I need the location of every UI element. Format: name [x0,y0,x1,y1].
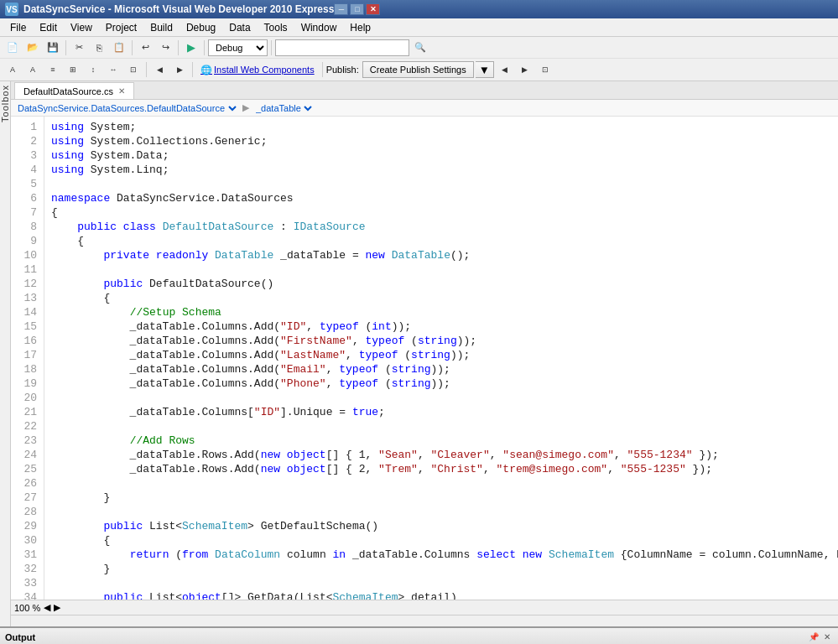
zoom-decrease-button[interactable]: ◀ [44,602,50,613]
menu-bar: File Edit View Project Build Debug Data … [0,18,838,37]
separator6 [146,62,147,77]
output-header: Output 📌 ✕ [0,628,838,644]
breadcrumb-bar: DataSyncService.DataSources.DefaultDataS… [11,100,838,117]
minimize-button[interactable]: ─ [334,3,348,15]
close-button[interactable]: ✕ [366,3,380,15]
menu-project[interactable]: Project [99,20,143,35]
output-close-button[interactable]: ✕ [821,631,833,643]
undo-button[interactable]: ↩ [136,39,154,56]
menu-debug[interactable]: Debug [180,20,222,35]
menu-help[interactable]: Help [343,20,377,35]
publish-settings-label: Create Publish Settings [370,65,466,75]
tb2-btn8[interactable]: ◀ [150,61,169,78]
globe-icon: 🌐 [200,65,212,75]
separator1 [65,40,66,55]
tab-close-button[interactable]: ✕ [118,86,125,96]
toolbox-label[interactable]: Toolbox [0,85,10,122]
main-layout: Toolbox DefaultDataSource.cs ✕ DataSyncS… [0,81,838,626]
breadcrumb-member-dropdown[interactable]: _dataTable [252,101,315,116]
redo-button[interactable]: ↪ [156,39,174,56]
open-button[interactable]: 📂 [23,39,42,56]
tb2-btn9[interactable]: ▶ [170,61,189,78]
tab-label: DefaultDataSource.cs [23,86,113,96]
new-file-button[interactable]: 📄 [3,39,22,56]
start-button[interactable]: ▶ [182,39,200,56]
tb2-extra1[interactable]: ◀ [496,61,514,78]
tb2-btn7[interactable]: ⊡ [124,61,143,78]
toolbox-sidebar[interactable]: Toolbox [0,81,11,626]
menu-build[interactable]: Build [143,20,180,35]
zoom-increase-button[interactable]: ▶ [54,602,60,613]
output-panel: Output 📌 ✕ Show output from: Debug Build… [0,626,838,644]
target-input[interactable] [275,39,409,56]
menu-tools[interactable]: Tools [258,20,294,35]
output-controls: 📌 ✕ [808,631,833,643]
breadcrumb-namespace-dropdown[interactable]: DataSyncService.DataSources.DefaultDataS… [14,101,239,116]
search-button[interactable]: 🔍 [411,39,429,56]
line-numbers: 1 2 3 4 5 6 7 8 9 10 11 12 13 14 15 16 1… [11,117,44,600]
separator8 [322,62,323,77]
breadcrumb-separator: ▶ [242,102,249,113]
separator4 [204,40,205,55]
tb2-btn4[interactable]: ⊞ [64,61,82,78]
tab-bar: DefaultDataSource.cs ✕ [11,81,838,100]
separator2 [132,40,133,55]
tb2-btn2[interactable]: A [23,61,42,78]
publish-label: Publish: [326,65,359,75]
separator7 [192,62,193,77]
menu-data[interactable]: Data [222,20,257,35]
toolbar1: 📄 📂 💾 ✂ ⎘ 📋 ↩ ↪ ▶ Debug Release 🔍 [0,37,838,59]
title-text: DataSyncService - Microsoft Visual Web D… [23,3,334,15]
menu-window[interactable]: Window [294,20,344,35]
menu-edit[interactable]: Edit [33,20,64,35]
install-web-components-button[interactable]: 🌐 Install Web Components [196,61,319,78]
save-button[interactable]: 💾 [44,39,62,56]
menu-file[interactable]: File [3,20,33,35]
toolbar-area: 📄 📂 💾 ✂ ⎘ 📋 ↩ ↪ ▶ Debug Release 🔍 A A ≡ … [0,37,838,81]
install-web-components-label: Install Web Components [214,65,315,75]
code-content[interactable]: using System; using System.Collections.G… [44,117,838,600]
publish-dropdown-button[interactable]: ▼ [476,61,494,78]
output-pin-button[interactable]: 📌 [808,631,820,643]
menu-view[interactable]: View [64,20,99,35]
publish-button[interactable]: Create Publish Settings [362,61,474,78]
toolbar2: A A ≡ ⊞ ↕ ↔ ⊡ ◀ ▶ 🌐 Install Web Componen… [0,59,838,80]
debug-mode-dropdown[interactable]: Debug Release [208,39,268,56]
tb2-extra3[interactable]: ⊡ [536,61,554,78]
paste-button[interactable]: 📋 [110,39,128,56]
editor-area: DefaultDataSource.cs ✕ DataSyncService.D… [11,81,838,626]
separator3 [178,40,179,55]
horizontal-scrollbar[interactable] [11,615,838,626]
app-icon: VS [5,3,18,16]
tb2-btn6[interactable]: ↔ [104,61,122,78]
cut-button[interactable]: ✂ [70,39,88,56]
zoom-level: 100 % [14,603,40,613]
publish-dropdown-arrow: ▼ [479,64,490,76]
tab-defaultdatasource[interactable]: DefaultDataSource.cs ✕ [14,82,134,99]
output-title: Output [5,632,35,642]
tb2-btn5[interactable]: ↕ [84,61,102,78]
tb2-extra2[interactable]: ▶ [516,61,534,78]
maximize-button[interactable]: □ [350,3,364,15]
copy-button[interactable]: ⎘ [90,39,108,56]
title-bar-controls: ─ □ ✕ [334,3,380,15]
tb2-btn3[interactable]: ≡ [44,61,62,78]
title-bar: VS DataSyncService - Microsoft Visual We… [0,0,838,18]
code-editor[interactable]: 1 2 3 4 5 6 7 8 9 10 11 12 13 14 15 16 1… [11,117,838,600]
zoom-bar: 100 % ◀ ▶ [11,600,838,615]
separator5 [271,40,272,55]
tb2-btn1[interactable]: A [3,61,22,78]
